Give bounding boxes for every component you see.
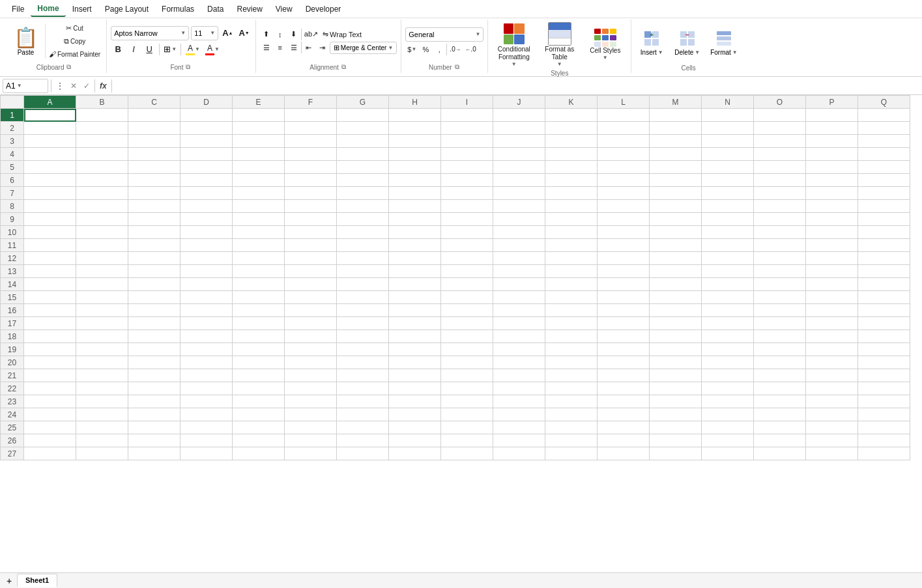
cell-B25[interactable] <box>76 421 128 434</box>
cell-M14[interactable] <box>650 278 702 291</box>
cell-E6[interactable] <box>233 174 285 187</box>
font-size-selector[interactable]: 11 ▼ <box>191 26 218 40</box>
cell-N12[interactable] <box>702 252 754 265</box>
cell-A16[interactable] <box>24 304 76 317</box>
cell-E14[interactable] <box>233 278 285 291</box>
cell-C21[interactable] <box>128 369 180 382</box>
cell-J17[interactable] <box>493 317 545 330</box>
cell-P1[interactable] <box>806 109 858 122</box>
col-header-B[interactable]: B <box>76 96 128 109</box>
cell-styles-button[interactable]: Cell Styles ▼ <box>584 27 627 62</box>
col-header-L[interactable]: L <box>598 96 650 109</box>
cell-M10[interactable] <box>650 226 702 239</box>
cell-E9[interactable] <box>233 213 285 226</box>
cell-A17[interactable] <box>24 317 76 330</box>
cell-K19[interactable] <box>545 343 598 356</box>
cell-I10[interactable] <box>441 226 493 239</box>
row-header-5[interactable]: 5 <box>1 161 24 174</box>
paste-button[interactable]: 📋 Paste <box>12 25 39 57</box>
cell-F19[interactable] <box>285 343 337 356</box>
bottom-align-button[interactable]: ⬇ <box>287 29 300 40</box>
cell-H6[interactable] <box>389 174 441 187</box>
cell-J18[interactable] <box>493 330 545 343</box>
cell-E16[interactable] <box>233 304 285 317</box>
cell-K27[interactable] <box>545 447 598 460</box>
cell-M22[interactable] <box>650 382 702 395</box>
cell-A8[interactable] <box>24 200 76 213</box>
cell-C23[interactable] <box>128 395 180 408</box>
cell-P23[interactable] <box>806 395 858 408</box>
cell-D25[interactable] <box>180 421 233 434</box>
cell-D10[interactable] <box>180 226 233 239</box>
conditional-formatting-button[interactable]: Conditional Formatting ▼ <box>493 21 536 68</box>
cell-N19[interactable] <box>702 343 754 356</box>
cell-K15[interactable] <box>545 291 598 304</box>
cell-A5[interactable] <box>24 161 76 174</box>
cell-N8[interactable] <box>702 200 754 213</box>
cell-K22[interactable] <box>545 382 598 395</box>
row-header-16[interactable]: 16 <box>1 304 24 317</box>
orientation-button[interactable]: ab↗ <box>302 29 320 40</box>
col-header-F[interactable]: F <box>285 96 337 109</box>
cell-P9[interactable] <box>806 213 858 226</box>
cell-A14[interactable] <box>24 278 76 291</box>
cell-J20[interactable] <box>493 356 545 369</box>
row-header-4[interactable]: 4 <box>1 148 24 161</box>
cell-E8[interactable] <box>233 200 285 213</box>
cell-P11[interactable] <box>806 239 858 252</box>
cell-F2[interactable] <box>285 122 337 135</box>
cell-D17[interactable] <box>180 317 233 330</box>
cell-C2[interactable] <box>128 122 180 135</box>
cell-P27[interactable] <box>806 447 858 460</box>
cell-P10[interactable] <box>806 226 858 239</box>
cell-D15[interactable] <box>180 291 233 304</box>
cell-B23[interactable] <box>76 395 128 408</box>
cell-G18[interactable] <box>337 330 389 343</box>
merge-center-button[interactable]: ⊞ Merge & Center ▼ <box>330 42 397 54</box>
cell-B22[interactable] <box>76 382 128 395</box>
cell-H14[interactable] <box>389 278 441 291</box>
cell-H22[interactable] <box>389 382 441 395</box>
cell-K20[interactable] <box>545 356 598 369</box>
cell-Q19[interactable] <box>858 343 910 356</box>
cell-C9[interactable] <box>128 213 180 226</box>
cell-D14[interactable] <box>180 278 233 291</box>
cell-K18[interactable] <box>545 330 598 343</box>
cell-K4[interactable] <box>545 148 598 161</box>
cell-G19[interactable] <box>337 343 389 356</box>
cell-E25[interactable] <box>233 421 285 434</box>
cell-H17[interactable] <box>389 317 441 330</box>
cell-L6[interactable] <box>598 174 650 187</box>
cell-H26[interactable] <box>389 434 441 447</box>
cell-P15[interactable] <box>806 291 858 304</box>
cell-N11[interactable] <box>702 239 754 252</box>
cell-N27[interactable] <box>702 447 754 460</box>
cell-H23[interactable] <box>389 395 441 408</box>
cell-Q20[interactable] <box>858 356 910 369</box>
cell-M16[interactable] <box>650 304 702 317</box>
cell-P26[interactable] <box>806 434 858 447</box>
cell-I19[interactable] <box>441 343 493 356</box>
cell-C18[interactable] <box>128 330 180 343</box>
cell-M6[interactable] <box>650 174 702 187</box>
cell-M9[interactable] <box>650 213 702 226</box>
cell-O16[interactable] <box>754 304 806 317</box>
cell-B4[interactable] <box>76 148 128 161</box>
cell-F18[interactable] <box>285 330 337 343</box>
cell-A9[interactable] <box>24 213 76 226</box>
row-header-13[interactable]: 13 <box>1 265 24 278</box>
cell-H12[interactable] <box>389 252 441 265</box>
cell-E19[interactable] <box>233 343 285 356</box>
cell-J8[interactable] <box>493 200 545 213</box>
cell-B2[interactable] <box>76 122 128 135</box>
cell-O5[interactable] <box>754 161 806 174</box>
cell-F10[interactable] <box>285 226 337 239</box>
cell-Q26[interactable] <box>858 434 910 447</box>
cell-A11[interactable] <box>24 239 76 252</box>
cell-C22[interactable] <box>128 382 180 395</box>
cell-O17[interactable] <box>754 317 806 330</box>
cell-K13[interactable] <box>545 265 598 278</box>
cell-F25[interactable] <box>285 421 337 434</box>
cell-I6[interactable] <box>441 174 493 187</box>
left-align-button[interactable]: ☰ <box>260 42 273 53</box>
